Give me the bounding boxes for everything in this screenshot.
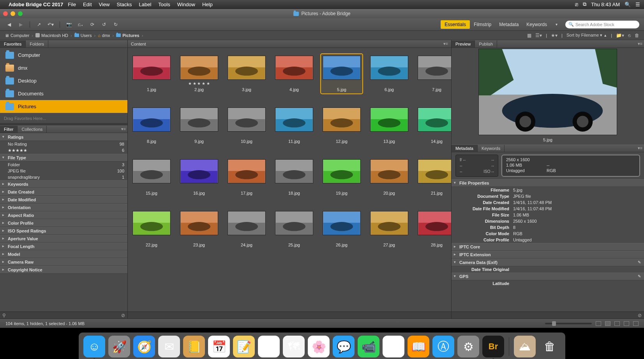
- dock-mail[interactable]: ✉: [158, 336, 180, 357]
- menu-tools[interactable]: Tools: [158, 2, 170, 7]
- camera-button[interactable]: 📷: [65, 21, 73, 28]
- workspace-menu-icon[interactable]: ▾: [556, 22, 558, 26]
- clear-filter-icon[interactable]: ⊘: [121, 313, 125, 318]
- dock-messages[interactable]: 💬: [333, 336, 355, 357]
- filter-section-color-profile[interactable]: Color Profile: [0, 219, 127, 227]
- close-button[interactable]: [3, 11, 8, 16]
- dock-calendar[interactable]: 📅: [208, 336, 230, 357]
- panel-tab-metadata[interactable]: Metadata: [452, 145, 478, 152]
- favorite-dmx[interactable]: dmx: [0, 62, 127, 74]
- notification-center-icon[interactable]: ☰: [635, 2, 640, 7]
- panel-tab-collections[interactable]: Collections: [18, 126, 47, 133]
- thumbnail[interactable]: 8.jpg: [131, 106, 172, 145]
- panel-tab-favorites[interactable]: Favorites: [0, 40, 26, 48]
- thumbnail[interactable]: 10.jpg: [226, 106, 267, 145]
- view-list-icon[interactable]: [633, 321, 639, 326]
- thumbnail[interactable]: 7.jpg: [416, 54, 451, 93]
- reveal-button[interactable]: ↗: [35, 21, 43, 28]
- workspace-tab-metadata[interactable]: Metadata: [495, 20, 522, 29]
- filter-section-model[interactable]: Model: [0, 250, 127, 258]
- app-name[interactable]: Adobe Bridge CC 2017: [9, 2, 63, 7]
- view-grid-icon[interactable]: [596, 321, 601, 326]
- filter-section-copyright-notice[interactable]: Copyright Notice: [0, 266, 127, 274]
- menu-file[interactable]: File: [68, 2, 76, 7]
- thumbnail[interactable]: 1.jpg: [131, 54, 172, 93]
- thumbnail[interactable]: 16.jpg: [178, 158, 220, 197]
- filter-section-focal-length[interactable]: Focal Length: [0, 243, 127, 250]
- trash-icon[interactable]: 🗑: [635, 33, 639, 38]
- rotate-ccw-button[interactable]: ↺: [100, 21, 108, 28]
- thumbnail[interactable]: 4.jpg: [273, 54, 315, 93]
- dock-notes[interactable]: 📝: [233, 336, 255, 357]
- metadata-section-file-properties[interactable]: File Properties: [452, 179, 644, 187]
- filter-row[interactable]: ★★★★★6: [0, 147, 127, 154]
- menu-view[interactable]: View: [99, 2, 110, 7]
- back-button[interactable]: ◀: [5, 21, 13, 28]
- thumbnail[interactable]: 5.jpg: [321, 54, 362, 93]
- view-lock-icon[interactable]: [605, 321, 610, 326]
- thumbnail[interactable]: 26.jpg: [321, 209, 362, 249]
- panel-tab-folders[interactable]: Folders: [26, 40, 48, 48]
- menu-edit[interactable]: Edit: [83, 2, 92, 7]
- thumbnail[interactable]: ★ ★ ★ ★ ★2.jpg: [178, 54, 220, 93]
- dock-finder[interactable]: ☺: [83, 336, 105, 357]
- dock-facetime[interactable]: 📹: [358, 336, 379, 357]
- boomerang-button[interactable]: ⎌▾: [76, 21, 85, 28]
- menu-help[interactable]: Help: [202, 2, 213, 7]
- metadata-section-gps[interactable]: GPS✎: [452, 273, 644, 280]
- dock-photos[interactable]: 🌸: [308, 336, 330, 357]
- thumbnail[interactable]: 18.jpg: [273, 158, 315, 197]
- forward-button[interactable]: ▶: [16, 21, 25, 28]
- edit-icon[interactable]: ✎: [638, 260, 641, 264]
- dock-contacts[interactable]: 📒: [183, 336, 205, 357]
- dock-maps[interactable]: 🗺: [283, 336, 305, 357]
- thumbnail[interactable]: 17.jpg: [226, 158, 267, 197]
- metadata-section-camera-data-exif-[interactable]: Camera Data (Exif)✎: [452, 259, 644, 266]
- thumbnail[interactable]: 28.jpg: [416, 209, 451, 249]
- dock-safari[interactable]: 🧭: [133, 336, 155, 357]
- filter-section-date-modified[interactable]: Date Modified: [0, 196, 127, 204]
- pin-icon[interactable]: ⚲: [2, 313, 6, 318]
- filter-row[interactable]: snapndraglibrary1: [0, 174, 127, 180]
- thumbnail[interactable]: 23.jpg: [178, 209, 220, 249]
- thumbnail[interactable]: 11.jpg: [273, 106, 315, 145]
- menubar-clock[interactable]: Thu 8:43 AM: [591, 2, 620, 7]
- thumbnail[interactable]: 25.jpg: [273, 209, 315, 249]
- workspace-tab-filmstrip[interactable]: Filmstrip: [470, 20, 495, 29]
- dock-bridge[interactable]: Br: [482, 336, 504, 357]
- dock-downloads[interactable]: ⛰: [514, 336, 536, 357]
- panel-menu-icon[interactable]: ▾≡: [121, 127, 126, 132]
- favorite-computer[interactable]: Computer: [0, 49, 127, 62]
- metadata-cancel-icon[interactable]: ⊘: [638, 313, 642, 318]
- new-folder-icon[interactable]: 📁▾: [616, 33, 624, 38]
- sort-dropdown[interactable]: Sort by Filename ▾ ▲: [566, 33, 607, 38]
- filter-section-camera-raw[interactable]: Camera Raw: [0, 258, 127, 266]
- workspace-tab-essentials[interactable]: Essentials: [441, 20, 470, 29]
- path-segment[interactable]: ⌂dmx: [98, 33, 110, 38]
- favorite-documents[interactable]: Documents: [0, 87, 127, 100]
- menu-label[interactable]: Label: [139, 2, 151, 7]
- thumbnail[interactable]: 14.jpg: [416, 106, 451, 145]
- filter-section-ratings[interactable]: Ratings: [0, 133, 127, 141]
- path-segment[interactable]: Users: [74, 33, 92, 38]
- thumbnail[interactable]: 12.jpg: [321, 106, 362, 145]
- panel-menu-icon[interactable]: ▾≡: [443, 41, 448, 46]
- thumbnail-size-slider[interactable]: [545, 323, 592, 324]
- star-filter-icon[interactable]: ★▾: [551, 33, 558, 38]
- panel-tab-preview[interactable]: Preview: [452, 40, 475, 48]
- panel-menu-icon[interactable]: ▾≡: [638, 41, 642, 46]
- path-segment[interactable]: Pictures: [116, 33, 139, 38]
- panel-menu-icon[interactable]: ▾≡: [638, 146, 642, 151]
- list-view-icon[interactable]: ☰▾: [535, 33, 542, 38]
- dock-reminders[interactable]: ☑: [258, 336, 280, 357]
- filter-row[interactable]: Folder3: [0, 162, 127, 168]
- search-input[interactable]: 🔍Search Adobe Stock: [565, 21, 639, 28]
- path-segment[interactable]: Macintosh HD: [35, 33, 68, 38]
- favorite-desktop[interactable]: Desktop: [0, 74, 127, 87]
- airplay-icon[interactable]: ⎚: [575, 2, 578, 7]
- view-thumbnails-icon[interactable]: [614, 321, 620, 326]
- zoom-button[interactable]: [18, 11, 23, 16]
- panel-tab-publish[interactable]: Publish: [475, 40, 497, 48]
- filter-section-keywords[interactable]: Keywords: [0, 180, 127, 188]
- rotate-cw-button[interactable]: ↻: [111, 21, 120, 28]
